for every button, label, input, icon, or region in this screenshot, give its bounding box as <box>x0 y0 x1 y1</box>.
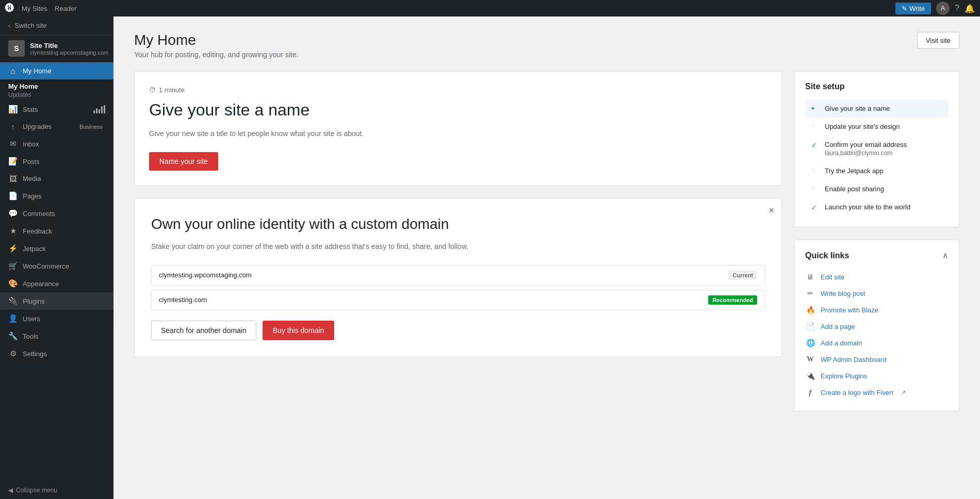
updates-link[interactable]: Updates <box>8 90 105 99</box>
pages-icon: 📄 <box>8 191 18 201</box>
site-info: S Site Title clymtesting.wpcomstaging.co… <box>0 35 113 62</box>
sidebar-item-tools[interactable]: 🔧 Tools <box>0 327 113 345</box>
topbar-my-sites[interactable]: My Sites <box>22 5 47 12</box>
site-setup-card: Site setup ● Give your site a name ○ Upd… <box>794 71 959 227</box>
buy-domain-button[interactable]: Buy this domain <box>263 321 335 340</box>
content-grid: ⏱ 1 minute Give your site a name Give yo… <box>134 71 959 411</box>
write-button[interactable]: ✎ Write <box>895 3 931 14</box>
wp-logo-icon[interactable]: 🅦 <box>5 3 14 14</box>
sidebar-label-woocommerce: WooCommerce <box>23 262 105 270</box>
sidebar-item-jetpack[interactable]: ⚡ Jetpack <box>0 240 113 257</box>
quick-link-explore-plugins[interactable]: 🔌 Explore Plugins <box>805 368 949 384</box>
plugins-wrapper: 🔌 Plugins Add New Installed Plugins <box>0 292 113 310</box>
help-icon[interactable]: ? <box>955 4 959 13</box>
site-url: clymtesting.wpcomstaging.com <box>30 49 108 56</box>
setup-item-launch-site[interactable]: ✓ Launch your site to the world <box>805 198 949 217</box>
quick-links-header: Quick links ∧ <box>805 251 949 260</box>
sidebar-item-pages[interactable]: 📄 Pages <box>0 187 113 205</box>
dot-icon-1: ○ <box>811 123 820 129</box>
topbar: 🅦 My Sites Reader ✎ Write A ? 🔔 <box>0 0 980 16</box>
users-icon: 👤 <box>8 314 18 323</box>
quick-link-add-domain[interactable]: 🌐 Add a domain <box>805 335 949 351</box>
quick-link-edit-site[interactable]: 🖥 Edit site <box>805 269 949 285</box>
domain-card-title: Own your online identity with a custom d… <box>151 215 765 234</box>
my-home-section: My Home Updates <box>0 79 113 101</box>
sidebar-item-inbox[interactable]: ✉ Inbox <box>0 135 113 153</box>
domain-badge-current: Current <box>728 271 757 280</box>
name-your-site-button[interactable]: Name your site <box>149 152 218 171</box>
sidebar-item-comments[interactable]: 💬 Comments <box>0 205 113 222</box>
stats-bar-3 <box>99 109 100 113</box>
quick-link-promote-blaze[interactable]: 🔥 Promote with Blaze <box>805 302 949 318</box>
collapse-icon: ◀ <box>8 487 13 494</box>
quick-link-write-post[interactable]: ✏ Write blog post <box>805 285 949 302</box>
quick-link-wp-admin[interactable]: W WP Admin Dashboard <box>805 351 949 368</box>
close-button[interactable]: × <box>769 206 774 215</box>
upgrades-icon: ↑ <box>8 122 18 131</box>
stats-bar-2 <box>96 108 97 113</box>
topbar-reader[interactable]: Reader <box>55 5 77 12</box>
setup-label-confirm-email: Confirm your email address <box>825 141 907 148</box>
site-setup-title: Site setup <box>805 82 949 91</box>
setup-item-confirm-email[interactable]: ✓ Confirm your email address laura.batti… <box>805 136 949 162</box>
explore-plugins-icon: 🔌 <box>805 372 815 380</box>
sidebar-label-comments: Comments <box>23 210 105 218</box>
external-link-icon: ↗ <box>901 389 906 396</box>
collapse-label: Collapse menu <box>16 487 57 494</box>
sidebar-label-feedback: Feedback <box>23 227 105 235</box>
sidebar-label-jetpack: Jetpack <box>23 245 105 253</box>
domain-row-current: clymtesting.wpcomstaging.com Current <box>151 265 765 286</box>
quick-link-add-page[interactable]: 📄 Add a page <box>805 318 949 335</box>
sidebar-label-users: Users <box>23 315 105 323</box>
quick-link-fiverr-logo[interactable]: ƒ Create a logo with Fiverr ↗ <box>805 384 949 401</box>
sidebar-item-feedback[interactable]: ★ Feedback <box>0 222 113 240</box>
left-column: ⏱ 1 minute Give your site a name Give yo… <box>134 71 782 411</box>
site-details: Site Title clymtesting.wpcomstaging.com <box>30 42 108 56</box>
collapse-menu-button[interactable]: ◀ Collapse menu <box>0 481 113 499</box>
card-main-title: Give your site a name <box>149 100 767 120</box>
quick-link-label-add-domain: Add a domain <box>821 339 862 347</box>
sidebar-item-stats[interactable]: 📊 Stats <box>0 101 113 118</box>
sidebar-label-my-home: My Home <box>23 67 105 75</box>
quick-links-collapse-button[interactable]: ∧ <box>942 251 949 260</box>
active-dot-icon: ● <box>811 105 820 111</box>
give-site-name-card: ⏱ 1 minute Give your site a name Give yo… <box>134 71 782 186</box>
stats-mini-chart <box>93 105 105 113</box>
setup-label-give-name: Give your site a name <box>825 105 890 112</box>
site-avatar: S <box>8 40 25 57</box>
notifications-icon[interactable]: 🔔 <box>965 4 975 13</box>
sidebar-nav: ⌂ My Home My Home Updates 📊 Stats <box>0 62 113 481</box>
avatar[interactable]: A <box>936 2 950 15</box>
wp-admin-icon: W <box>805 355 815 363</box>
sidebar-item-plugins[interactable]: 🔌 Plugins <box>0 292 113 310</box>
setup-item-jetpack-app[interactable]: ○ Try the Jetpack app <box>805 162 949 180</box>
sidebar-item-media[interactable]: 🖼 Media <box>0 170 113 187</box>
quick-link-label-add-page: Add a page <box>821 323 855 330</box>
domain-card: × Own your online identity with a custom… <box>134 198 782 357</box>
clock-icon: ⏱ <box>149 86 156 94</box>
write-post-icon: ✏ <box>805 289 815 297</box>
setup-item-post-sharing[interactable]: ○ Enable post sharing <box>805 180 949 198</box>
media-icon: 🖼 <box>8 174 18 183</box>
sidebar-item-woocommerce[interactable]: 🛒 WooCommerce <box>0 257 113 275</box>
sidebar-item-my-home[interactable]: ⌂ My Home <box>0 62 113 79</box>
inbox-icon: ✉ <box>8 139 18 148</box>
quick-link-label-fiverr: Create a logo with Fiverr <box>821 389 894 396</box>
sidebar-item-upgrades[interactable]: ↑ Upgrades Business <box>0 118 113 135</box>
visit-site-button[interactable]: Visit site <box>917 32 959 49</box>
sidebar-item-posts[interactable]: 📝 Posts <box>0 153 113 170</box>
sidebar-item-appearance[interactable]: 🎨 Appearance <box>0 275 113 292</box>
domain-card-description: Stake your claim on your corner of the w… <box>151 241 765 252</box>
setup-item-give-name[interactable]: ● Give your site a name <box>805 99 949 118</box>
check-icon-1: ✓ <box>811 141 820 149</box>
sidebar-label-settings: Settings <box>23 350 105 358</box>
right-column: Site setup ● Give your site a name ○ Upd… <box>794 71 959 411</box>
sidebar-item-users[interactable]: 👤 Users <box>0 310 113 327</box>
home-icon: ⌂ <box>8 66 18 75</box>
search-domain-button[interactable]: Search for another domain <box>151 321 256 340</box>
setup-item-update-design[interactable]: ○ Update your site's design <box>805 118 949 136</box>
switch-site-button[interactable]: ‹ Switch site <box>0 16 113 35</box>
my-home-section-label: My Home <box>8 82 105 90</box>
plugins-icon: 🔌 <box>8 296 18 306</box>
sidebar-item-settings[interactable]: ⚙ Settings <box>0 345 113 362</box>
